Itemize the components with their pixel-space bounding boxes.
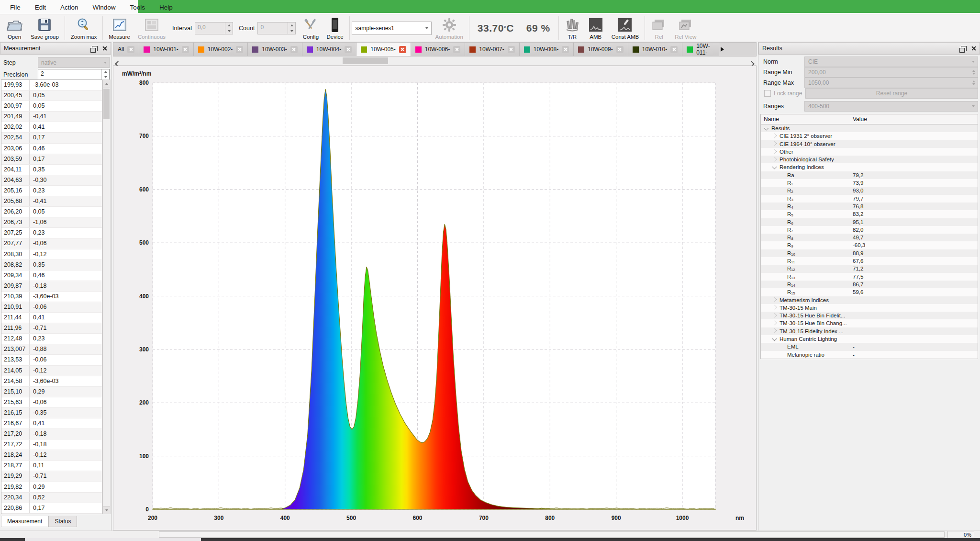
table-row[interactable]: 219,820,29 <box>1 482 102 493</box>
menu-item-action[interactable]: Action <box>53 4 86 11</box>
table-row[interactable]: 209,87-0,18 <box>1 281 102 292</box>
tab-close-icon[interactable] <box>236 46 243 53</box>
save-group-button[interactable]: Save group <box>27 15 63 41</box>
tab-close-icon[interactable] <box>670 46 678 53</box>
table-row[interactable]: 202,540,17 <box>1 133 102 143</box>
table-row[interactable]: 215,100,29 <box>1 387 102 397</box>
tree-row[interactable]: R₃79,7 <box>761 195 978 203</box>
table-row[interactable]: 208,820,35 <box>1 260 102 270</box>
table-row[interactable]: 211,96-0,71 <box>1 323 102 334</box>
tree-row[interactable]: CIE 1964 10° observer <box>761 140 978 148</box>
tab-scrollbar[interactable] <box>113 56 757 66</box>
table-row[interactable]: 205,160,23 <box>1 186 102 196</box>
scrollbar-thumb[interactable] <box>103 89 110 119</box>
scroll-down-icon[interactable] <box>103 506 110 514</box>
spectrum-chart-plot[interactable]: 0100200300400500600700800200300400500600… <box>113 66 756 530</box>
tab-close-icon[interactable] <box>562 46 569 53</box>
precision-spinbox[interactable]: 2 <box>38 69 110 80</box>
tree-row[interactable]: R₉-60,3 <box>761 241 978 249</box>
table-row[interactable]: 203,060,46 <box>1 144 102 154</box>
tree-row[interactable]: Ra79,2 <box>761 171 978 179</box>
panel-tab-status[interactable]: Status <box>48 516 77 527</box>
table-row[interactable]: 215,63-0,06 <box>1 397 102 408</box>
precision-down-button[interactable] <box>102 75 109 80</box>
tab-close-icon[interactable] <box>453 46 460 53</box>
tree-row[interactable]: R₁₂71,2 <box>761 265 978 272</box>
tab-overflow-indicator[interactable] <box>719 43 725 56</box>
menu-item-file[interactable]: File <box>3 4 28 11</box>
tree-row[interactable]: Other <box>761 148 978 156</box>
tree-row[interactable]: R₆95,1 <box>761 218 978 226</box>
scroll-up-icon[interactable] <box>103 80 110 88</box>
tree-row[interactable]: R₁₅59,6 <box>761 288 978 296</box>
chevron-right-icon[interactable] <box>772 149 777 154</box>
tree-row[interactable]: R₅83,2 <box>761 210 978 218</box>
tree-row[interactable]: R₁₃77,5 <box>761 273 978 281</box>
float-panel-icon[interactable] <box>961 46 967 51</box>
table-row[interactable]: 207,250,23 <box>1 228 102 238</box>
chevron-right-icon[interactable] <box>772 328 777 333</box>
table-row[interactable]: 204,63-0,30 <box>1 175 102 186</box>
tree-row[interactable]: R₂93,0 <box>761 187 978 194</box>
tree-row[interactable]: Melanopic ratio- <box>761 351 978 359</box>
open-button[interactable]: Open <box>2 15 27 41</box>
table-row[interactable]: 206,200,05 <box>1 207 102 217</box>
precision-up-button[interactable] <box>102 69 109 75</box>
tab-scrollbar-thumb[interactable] <box>343 57 388 64</box>
table-row[interactable]: 214,58-3,60e-03 <box>1 376 102 387</box>
tree-row[interactable]: R₁₁67,6 <box>761 257 978 265</box>
tab-close-icon[interactable] <box>508 46 515 53</box>
table-row[interactable]: 200,450,05 <box>1 90 102 101</box>
menu-item-help[interactable]: Help <box>152 4 180 11</box>
series-tab-10w003[interactable]: 10W-003- <box>248 43 302 56</box>
tree-row[interactable]: Metamerism Indices <box>761 296 978 304</box>
series-combobox[interactable]: sample-series1 <box>352 22 432 35</box>
table-row[interactable]: 217,20-0,18 <box>1 429 102 440</box>
table-row[interactable]: 210,91-0,06 <box>1 302 102 313</box>
menu-item-tools[interactable]: Tools <box>123 4 153 11</box>
tree-row[interactable]: R₈49,7 <box>761 234 978 241</box>
config-button[interactable]: Config <box>299 15 323 41</box>
table-row[interactable]: 220,340,52 <box>1 493 102 503</box>
chevron-right-icon[interactable] <box>772 313 777 317</box>
tab-close-icon[interactable] <box>127 46 134 53</box>
table-row[interactable]: 203,590,17 <box>1 154 102 165</box>
panel-tab-measurement[interactable]: Measurement <box>1 516 48 527</box>
table-row[interactable]: 207,77-0,06 <box>1 238 102 249</box>
zoom-max-button[interactable]: Zoom max <box>67 15 100 41</box>
tree-row[interactable]: Rendering Indices <box>761 163 978 171</box>
menu-item-window[interactable]: Window <box>86 4 123 11</box>
close-panel-icon[interactable] <box>971 46 976 51</box>
const-amb-button[interactable]: Const AMB <box>608 15 643 41</box>
series-tab-10w010[interactable]: 10W-010- <box>628 43 682 56</box>
tree-row[interactable]: Results <box>761 124 978 132</box>
tree-row[interactable]: R₁₀88,9 <box>761 249 978 257</box>
series-tab-10w002[interactable]: 10W-002- <box>194 43 248 56</box>
chevron-down-icon[interactable] <box>772 165 777 169</box>
tr-button[interactable]: T/R <box>561 15 584 41</box>
tree-row[interactable]: TM-30-15 Main <box>761 304 978 312</box>
series-tab-10w001[interactable]: 10W-001- <box>139 43 193 56</box>
table-row[interactable]: 216,15-0,35 <box>1 408 102 418</box>
chevron-right-icon[interactable] <box>772 134 777 138</box>
tree-row[interactable]: TM-30-15 Fidelity Index ... <box>761 327 978 335</box>
table-row[interactable]: 210,39-3,60e-03 <box>1 292 102 302</box>
amb-button[interactable]: AMB <box>584 15 608 41</box>
tree-row[interactable]: R₁73,9 <box>761 179 978 187</box>
tab-close-icon[interactable] <box>616 46 624 53</box>
table-row[interactable]: 218,24-0,12 <box>1 450 102 461</box>
tab-close-icon[interactable] <box>399 46 406 53</box>
chevron-right-icon[interactable] <box>772 321 777 326</box>
tree-row[interactable]: TM-30-15 Hue Bin Fidelit... <box>761 312 978 319</box>
table-row[interactable]: 212,480,23 <box>1 334 102 344</box>
chevron-right-icon[interactable] <box>772 297 777 302</box>
table-row[interactable]: 221,390,05 <box>1 514 102 514</box>
tree-row[interactable]: TM-30-15 Hue Bin Chang... <box>761 319 978 327</box>
table-row[interactable]: 216,670,41 <box>1 418 102 429</box>
series-tab-10w008[interactable]: 10W-008- <box>520 43 574 56</box>
table-row[interactable]: 213,53-0,06 <box>1 355 102 365</box>
menu-item-edit[interactable]: Edit <box>28 4 53 11</box>
table-row[interactable]: 213,007-0,88 <box>1 344 102 355</box>
series-tab-all[interactable]: All <box>113 43 139 56</box>
table-row[interactable]: 206,73-1,06 <box>1 217 102 228</box>
